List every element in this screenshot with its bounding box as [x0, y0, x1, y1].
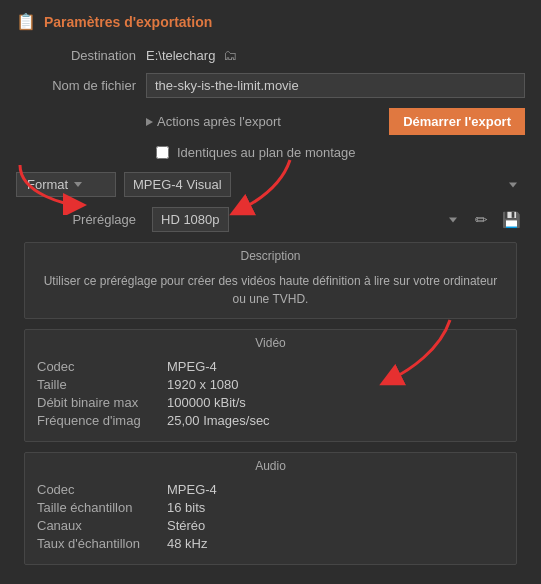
video-section: Vidéo Codec MPEG-4 Taille 1920 x 1080 Dé…	[24, 329, 517, 442]
audio-taille-row: Taille échantillon 16 bits	[37, 500, 504, 515]
video-freq-value: 25,00 Images/sec	[167, 413, 270, 428]
export-button[interactable]: Démarrer l'export	[389, 108, 525, 135]
audio-title: Audio	[255, 459, 286, 473]
preglage-edit-button[interactable]: ✏	[471, 209, 492, 231]
video-taille-row: Taille 1920 x 1080	[37, 377, 504, 392]
description-title: Description	[240, 249, 300, 263]
preglage-select-wrapper: HD 1080p	[152, 207, 465, 232]
audio-taux-row: Taux d'échantillon 48 kHz	[37, 536, 504, 551]
format-dropdown-arrow	[74, 182, 82, 187]
video-codec-row: Codec MPEG-4	[37, 359, 504, 374]
filename-label: Nom de fichier	[16, 78, 146, 93]
identiques-label: Identiques au plan de montage	[177, 145, 356, 160]
audio-canaux-label: Canaux	[37, 518, 167, 533]
panel-title: Paramètres d'exportation	[44, 14, 212, 30]
audio-taille-value: 16 bits	[167, 500, 205, 515]
description-text: Utiliser ce préréglage pour créer des vi…	[37, 272, 504, 308]
video-taille-label: Taille	[37, 377, 167, 392]
audio-codec-label: Codec	[37, 482, 167, 497]
audio-canaux-value: Stéréo	[167, 518, 205, 533]
filename-input[interactable]	[146, 73, 525, 98]
format-select-wrapper: MPEG-4 Visual	[124, 172, 525, 197]
preglage-label: Préréglage	[16, 212, 146, 227]
video-title: Vidéo	[255, 336, 285, 350]
destination-label: Destination	[16, 48, 146, 63]
format-select[interactable]: MPEG-4 Visual	[124, 172, 231, 197]
panel-header: 📋 Paramètres d'exportation	[16, 12, 525, 31]
format-button-label: Format	[27, 177, 68, 192]
audio-taux-label: Taux d'échantillon	[37, 536, 167, 551]
video-debit-row: Débit binaire max 100000 kBit/s	[37, 395, 504, 410]
video-debit-label: Débit binaire max	[37, 395, 167, 410]
actions-label: Actions après l'export	[157, 114, 281, 129]
audio-canaux-row: Canaux Stéréo	[37, 518, 504, 533]
preglage-row: Préréglage HD 1080p ✏ 💾	[16, 207, 525, 232]
identiques-checkbox[interactable]	[156, 146, 169, 159]
destination-value: E:\telecharg	[146, 48, 215, 63]
expand-icon	[146, 118, 153, 126]
audio-codec-value: MPEG-4	[167, 482, 217, 497]
folder-icon[interactable]: 🗂	[223, 47, 237, 63]
description-section: Description Utiliser ce préréglage pour …	[24, 242, 517, 319]
format-button[interactable]: Format	[16, 172, 116, 197]
video-debit-value: 100000 kBit/s	[167, 395, 246, 410]
video-codec-value: MPEG-4	[167, 359, 217, 374]
actions-toggle[interactable]: Actions après l'export	[146, 114, 379, 129]
preglage-select[interactable]: HD 1080p	[152, 207, 229, 232]
preglage-save-button[interactable]: 💾	[498, 209, 525, 231]
destination-row: Destination E:\telecharg 🗂	[16, 47, 525, 63]
video-codec-label: Codec	[37, 359, 167, 374]
video-freq-label: Fréquence d'imag	[37, 413, 167, 428]
identiques-row: Identiques au plan de montage	[16, 145, 525, 160]
audio-taux-value: 48 kHz	[167, 536, 207, 551]
video-taille-value: 1920 x 1080	[167, 377, 239, 392]
filename-row: Nom de fichier	[16, 73, 525, 98]
export-icon: 📋	[16, 12, 36, 31]
video-freq-row: Fréquence d'imag 25,00 Images/sec	[37, 413, 504, 428]
audio-section: Audio Codec MPEG-4 Taille échantillon 16…	[24, 452, 517, 565]
format-row: Format MPEG-4 Visual	[16, 172, 525, 197]
audio-taille-label: Taille échantillon	[37, 500, 167, 515]
audio-codec-row: Codec MPEG-4	[37, 482, 504, 497]
